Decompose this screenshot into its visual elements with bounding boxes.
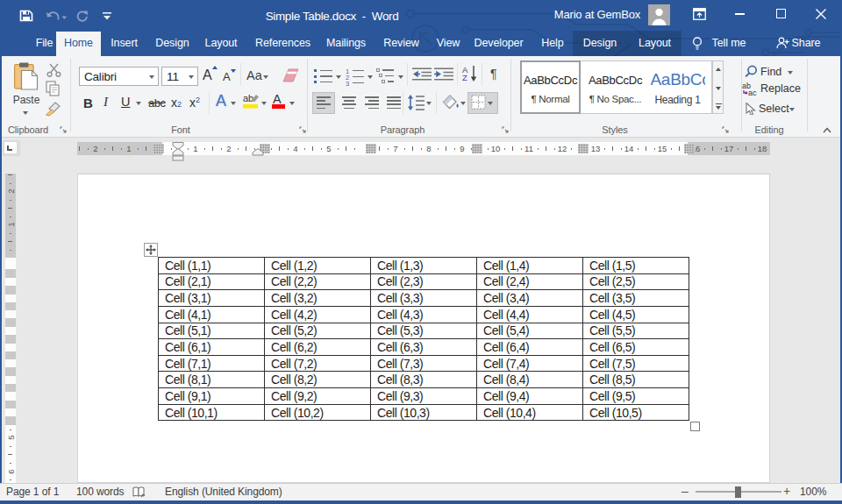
- svg-text:ab: ab: [243, 93, 253, 103]
- svg-text:ac: ac: [748, 89, 757, 96]
